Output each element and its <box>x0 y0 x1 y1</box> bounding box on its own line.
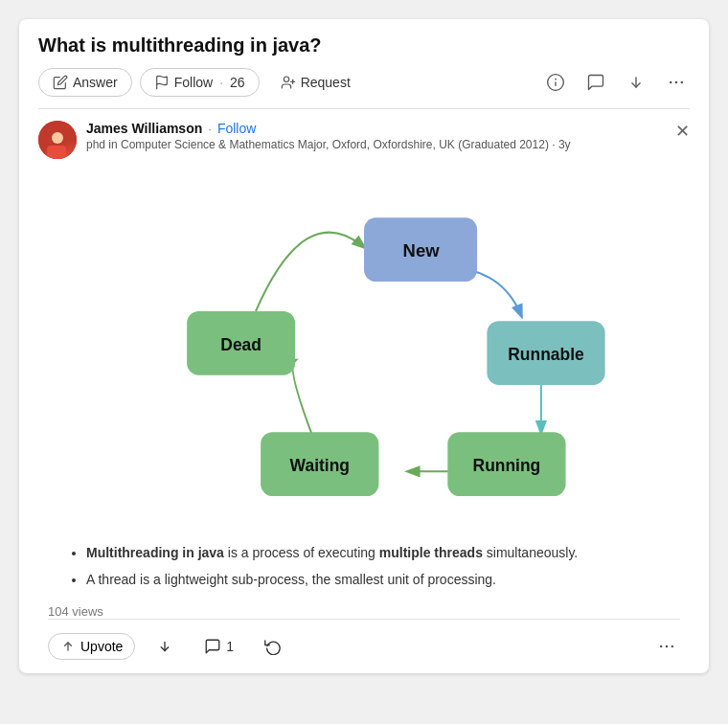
dot-separator: · <box>208 122 212 136</box>
author-info: James Williamson · Follow phd in Compute… <box>86 121 656 151</box>
follow-button[interactable]: Follow · 26 <box>140 68 260 97</box>
views-count: 104 views <box>38 604 690 619</box>
downvote-icon <box>626 73 646 92</box>
svg-point-8 <box>670 81 672 84</box>
answer-card: What is multithreading in java? Answer F… <box>19 19 709 673</box>
text-middle-1: is a process of executing <box>228 545 379 560</box>
info-icon <box>546 73 565 92</box>
request-button[interactable]: Request <box>267 69 364 96</box>
info-button[interactable] <box>542 69 569 96</box>
action-bar-right <box>542 69 690 96</box>
follow-icon <box>154 75 170 90</box>
node-dead-label: Dead <box>220 335 262 354</box>
comment-count: 1 <box>226 639 234 654</box>
author-follow-link[interactable]: Follow <box>217 121 256 136</box>
bold-multiple-threads: multiple threads <box>379 545 483 560</box>
footer-downvote-button[interactable] <box>147 633 183 660</box>
upvote-button[interactable]: Upvote <box>48 633 135 660</box>
svg-point-10 <box>681 81 684 84</box>
comment-button[interactable] <box>582 69 609 96</box>
bullet-2: A thread is a lightweight sub-process, t… <box>86 569 680 590</box>
footer-right <box>653 633 680 660</box>
footer-comment-button[interactable]: 1 <box>194 633 243 660</box>
content-text: Multithreading in java is a process of e… <box>38 542 690 591</box>
svg-point-1 <box>284 77 288 81</box>
share-icon <box>264 638 282 655</box>
question-title: What is multithreading in java? <box>38 34 690 57</box>
bullet-1: Multithreading in java is a process of e… <box>86 542 680 563</box>
footer-comment-icon <box>204 638 221 655</box>
author-name: James Williamson <box>86 121 202 136</box>
footer-downvote-icon <box>156 638 173 655</box>
footer-separator <box>48 619 680 620</box>
answer-body: James Williamson · Follow phd in Compute… <box>19 109 709 673</box>
more-icon <box>667 73 686 92</box>
action-bar: Answer Follow · 26 Req <box>38 68 690 109</box>
svg-point-15 <box>660 645 663 648</box>
request-icon <box>281 75 296 90</box>
avatar <box>38 121 77 159</box>
svg-point-9 <box>675 81 678 84</box>
footer-bar: Upvote 1 <box>38 623 690 673</box>
answer-button[interactable]: Answer <box>38 68 132 97</box>
answer-label: Answer <box>73 75 118 90</box>
share-button[interactable] <box>255 633 291 660</box>
question-header: What is multithreading in java? Answer F… <box>19 19 709 109</box>
node-runnable-label: Runnable <box>508 345 584 364</box>
text-after-1: simultaneously. <box>487 545 578 560</box>
request-label: Request <box>301 75 351 90</box>
upvote-label: Upvote <box>80 639 123 654</box>
downvote-button[interactable] <box>623 69 649 96</box>
node-waiting-label: Waiting <box>290 456 350 475</box>
more-button[interactable] <box>663 69 690 96</box>
follow-label: Follow <box>174 75 213 90</box>
comment-icon <box>586 73 605 92</box>
diagram-svg: New Runnable Running Waiting Dead <box>38 169 690 532</box>
footer-more-icon <box>657 637 676 656</box>
upvote-icon <box>60 639 76 654</box>
follow-count: 26 <box>230 75 245 90</box>
bullet-2-text: A thread is a lightweight sub-process, t… <box>86 572 496 587</box>
footer-more-button[interactable] <box>653 633 680 660</box>
node-new-label: New <box>403 240 441 260</box>
thread-diagram: New Runnable Running Waiting Dead <box>38 169 690 532</box>
author-meta: phd in Computer Science & Mathematics Ma… <box>86 138 656 151</box>
follow-separator: · <box>219 75 223 90</box>
node-running-label: Running <box>473 456 541 475</box>
close-button[interactable]: ✕ <box>666 121 690 142</box>
bold-multithreading: Multithreading in java <box>86 545 224 560</box>
svg-point-17 <box>671 645 674 648</box>
svg-point-16 <box>666 645 669 648</box>
author-row: James Williamson · Follow phd in Compute… <box>38 121 690 159</box>
edit-icon <box>53 75 68 90</box>
